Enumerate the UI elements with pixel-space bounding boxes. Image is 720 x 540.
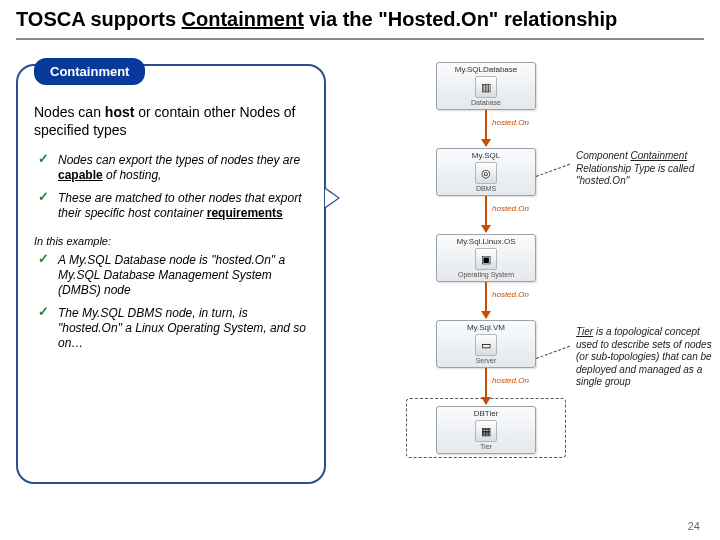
example-label: In this example: <box>34 235 310 247</box>
bullet-dbms-hostedon-os: The My.SQL DBMS node, in turn, is "hoste… <box>38 302 310 355</box>
slide-body: Containment Nodes can host or contain ot… <box>16 58 704 516</box>
arrow-label-3: hosted.On <box>492 290 529 299</box>
dbms-icon: ◎ <box>475 162 497 184</box>
note-tier: Tier is a topological concept used to de… <box>576 326 716 389</box>
hostedon-diagram: My.SQLDatabase ▥ Database My.SQL ◎ DBMS … <box>366 58 696 488</box>
arrow-os-to-vm <box>485 282 487 318</box>
bullet-db-hostedon-dbms: A My.SQL Database node is "hosted.On" a … <box>38 249 310 302</box>
lead-sentence: Nodes can host or contain other Nodes of… <box>34 104 310 139</box>
arrow-db-to-dbms <box>485 110 487 146</box>
title-underline-rule <box>16 38 704 40</box>
note-component-containment: Component Containment Relationship Type … <box>576 150 716 188</box>
note-line-1 <box>536 164 570 177</box>
callout-tail <box>326 188 340 208</box>
tier-icon: ▦ <box>475 420 497 442</box>
callout-bubble: Containment Nodes can host or contain ot… <box>16 64 326 484</box>
capability-bullets: Nodes can export the types of nodes they… <box>32 149 310 225</box>
os-icon: ▣ <box>475 248 497 270</box>
title-underlined: Containment <box>182 8 304 30</box>
node-db-tier: DBTier ▦ Tier <box>436 406 536 454</box>
slide-tosca-containment: TOSCA supports Containment via the "Host… <box>0 0 720 540</box>
node-mysql-database: My.SQLDatabase ▥ Database <box>436 62 536 110</box>
bullet-capable: Nodes can export the types of nodes they… <box>38 149 310 187</box>
arrow-label-1: hosted.On <box>492 118 529 127</box>
arrow-label-4: hosted.On <box>492 376 529 385</box>
bullet-requirements: These are matched to other nodes that ex… <box>38 187 310 225</box>
arrow-dbms-to-os <box>485 196 487 232</box>
node-mysql-dbms: My.SQL ◎ DBMS <box>436 148 536 196</box>
note-line-2 <box>536 346 570 359</box>
arrow-label-2: hosted.On <box>492 204 529 213</box>
node-vm-server: My.Sql.VM ▭ Server <box>436 320 536 368</box>
database-icon: ▥ <box>475 76 497 98</box>
title-suffix: via the "Hosted.On" relationship <box>304 8 617 30</box>
arrow-vm-to-tier <box>485 368 487 404</box>
slide-title: TOSCA supports Containment via the "Host… <box>16 8 617 31</box>
server-icon: ▭ <box>475 334 497 356</box>
example-bullets: A My.SQL Database node is "hosted.On" a … <box>32 249 310 355</box>
title-prefix: TOSCA supports <box>16 8 182 30</box>
node-linux-os: My.Sql.Linux.OS ▣ Operating System <box>436 234 536 282</box>
containment-pill: Containment <box>34 58 145 85</box>
page-number: 24 <box>688 520 700 532</box>
